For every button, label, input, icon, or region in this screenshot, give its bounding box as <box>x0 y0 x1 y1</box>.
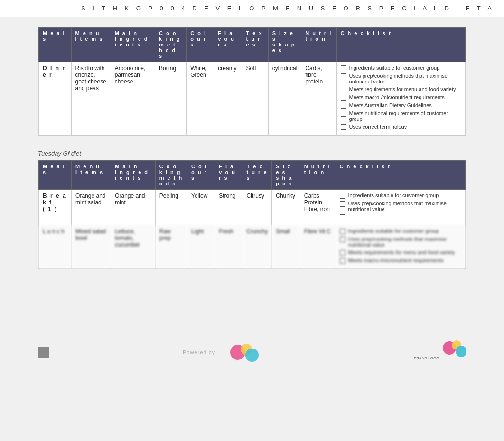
page-header: S I T H K O P 0 0 4 D E V E L O P M E N … <box>0 0 504 17</box>
checkbox-icon[interactable] <box>340 229 345 234</box>
section-2: Tuesday Gf diet M e a l s M e n uI t e m… <box>38 150 466 269</box>
checklist-text: Ingredients suitable for customer group <box>348 193 439 198</box>
cell-menu-2-1: Orange and mint salad <box>72 190 111 225</box>
cell-checklist-2-1: Ingredients suitable for customer group … <box>336 190 465 225</box>
checklist-item: Meets requirements for menu and food var… <box>340 249 461 256</box>
checklist-text: Uses prep/cooking methods that maximise … <box>349 73 461 84</box>
col-flavours-2: F l a v o u r s <box>215 161 243 190</box>
checkbox-icon[interactable] <box>340 250 345 256</box>
cell-sizes-1: cylindrical <box>268 62 301 135</box>
checkbox-icon[interactable] <box>340 258 345 264</box>
table2-row-2-blurred: L u n c h Mixed salad bowl Lettuce, toma… <box>39 225 466 269</box>
cell-cooking-1: Boiling <box>155 62 187 135</box>
checkbox-icon[interactable] <box>341 87 346 92</box>
cell-flavours-1: creamy <box>214 62 242 135</box>
checklist-text: Meets macro-/micronutrient requirements <box>349 94 445 100</box>
col-meals-1: M e a l s <box>39 28 72 62</box>
header-title: S I T H K O P 0 0 4 D E V E L O P M E N … <box>81 5 495 12</box>
cell-textures-1: Soft <box>242 62 268 135</box>
checklist-item: Meets macro-/micronutrient requirements <box>341 94 461 101</box>
cell-nutrition-2-1: Carbs Protein Fibre, iron <box>300 190 336 225</box>
col-ingredients-2: M a i nI n g r e d i e n t s <box>111 161 156 190</box>
cell-blurred-sizes: Small <box>272 225 300 269</box>
main-content: M e a l s M e n uI t e m s M a i nI n g … <box>0 17 504 293</box>
cell-colours-1: White, Green <box>187 62 214 135</box>
cell-blurred-menu: Mixed salad bowl <box>72 225 111 269</box>
cell-blurred-checklist: Ingredients suitable for customer group … <box>336 225 465 269</box>
footer-logo-right: BRAND LOGO <box>409 340 466 365</box>
checklist-item: Ingredients suitable for customer group <box>340 193 461 199</box>
col-sizes-2: S i z e ss h a p e s <box>272 161 300 190</box>
checklist-item: Uses correct terminology <box>341 124 461 130</box>
svg-text:BRAND LOGO: BRAND LOGO <box>414 356 439 360</box>
col-flavours-1: F l a v o u r s <box>214 28 242 62</box>
checklist-text: Meets requirements for menu and food var… <box>348 249 455 255</box>
checkbox-icon[interactable] <box>341 74 346 79</box>
table1-row-1: D I n n e r Risotto with chorizo, goat c… <box>39 62 466 135</box>
checklist-text: Ingredients suitable for customer group <box>348 228 439 234</box>
col-checklist-1: C h e c k l i s t <box>336 28 465 62</box>
checkbox-icon[interactable] <box>340 214 345 220</box>
col-nutrition-1: N u t r i t i o n <box>301 28 336 62</box>
table1-header-row: M e a l s M e n uI t e m s M a i nI n g … <box>39 28 466 62</box>
checklist-item: Uses prep/cooking methods that maximise … <box>340 236 461 248</box>
checkbox-icon[interactable] <box>341 111 346 117</box>
checklist-item: Uses prep/cooking methods that maximise … <box>341 73 461 84</box>
cell-checklist-1: Ingredients suitable for customer group … <box>336 62 465 135</box>
cell-blurred-ingredients: Lettuce, tomato, cucumber <box>111 225 156 269</box>
col-menu-2: M e n uI t e m s <box>72 161 111 190</box>
svg-point-2 <box>245 349 259 362</box>
checklist-item: Uses prep/cooking methods that maximise … <box>340 201 461 212</box>
checkbox-icon[interactable] <box>341 103 346 109</box>
cell-blurred-colours: Light <box>187 225 215 269</box>
checkbox-icon[interactable] <box>341 65 346 71</box>
cell-blurred-flavours: Fresh <box>215 225 243 269</box>
cell-ingredients-2-1: Orange and mint <box>111 190 156 225</box>
cell-ingredients-1: Arborio rice, parmesan cheese <box>111 62 155 135</box>
col-colours-2: C o l o u r s <box>187 161 215 190</box>
checklist-item: Meets macro-/micronutrient requirements <box>340 257 461 264</box>
section-2-label: Tuesday Gf diet <box>38 150 466 157</box>
footer-powered-text: Powered by <box>183 349 215 355</box>
footer: Powered by BRAND LOGO <box>0 340 504 365</box>
cell-menu-1: Risotto with chorizo, goat cheese and pe… <box>71 62 111 135</box>
cell-blurred-nutrition: Fibre Vit C <box>300 225 336 269</box>
cell-meals-1: D I n n e r <box>39 62 72 135</box>
checkbox-icon[interactable] <box>340 193 345 199</box>
checkbox-icon[interactable] <box>341 124 346 130</box>
footer-brand-logo: BRAND LOGO <box>409 340 466 363</box>
cell-meals-2-1: B r e a k f( 1 ) <box>39 190 72 225</box>
col-ingredients-1: M a i nI n g r e d i e n t s <box>111 28 155 62</box>
footer-logo-center <box>219 343 276 362</box>
cell-blurred-textures: Crunchy <box>243 225 272 269</box>
checklist-text: Uses prep/cooking methods that maximise … <box>348 236 461 248</box>
footer-center: Powered by <box>183 343 276 362</box>
checklist-text: Uses prep/cooking methods that maximise … <box>348 201 461 212</box>
col-cooking-2: C o o k i n gm e t h o d s <box>155 161 187 190</box>
col-menu-1: M e n uI t e m s <box>71 28 111 62</box>
cell-blurred-meals: L u n c h <box>39 225 72 269</box>
checklist-item <box>340 214 461 220</box>
cell-nutrition-1: Carbs, fibre, protein <box>301 62 336 135</box>
col-colours-1: C o l o u r s <box>187 28 214 62</box>
checklist-text: Meets requirements for menu and food var… <box>349 86 456 92</box>
checklist-text: Meets macro-/micronutrient requirements <box>348 257 444 263</box>
checkbox-icon[interactable] <box>340 237 345 242</box>
checkbox-icon[interactable] <box>340 201 345 207</box>
cell-cooking-2-1: Peeling <box>155 190 187 225</box>
table-1: M e a l s M e n uI t e m s M a i nI n g … <box>38 27 466 136</box>
checklist-text: Ingredients suitable for customer group <box>349 65 440 71</box>
col-checklist-2: C h e c k l i s t <box>336 161 465 190</box>
col-nutrition-2: N u t r i t i o n <box>300 161 336 190</box>
checklist-text: Uses correct terminology <box>349 124 407 129</box>
section-1: M e a l s M e n uI t e m s M a i nI n g … <box>38 27 466 136</box>
table-2: M e a l s M e n uI t e m s M a i nI n g … <box>38 160 466 269</box>
cell-colours-2-1: Yellow <box>187 190 215 225</box>
checklist-item: Ingredients suitable for customer group <box>340 228 461 234</box>
col-textures-1: T e x t u r e s <box>242 28 268 62</box>
table2-header-row: M e a l s M e n uI t e m s M a i nI n g … <box>39 161 466 190</box>
checkbox-icon[interactable] <box>341 95 346 101</box>
cell-textures-2-1: Citrusy <box>243 190 272 225</box>
table2-row-1: B r e a k f( 1 ) Orange and mint salad O… <box>39 190 466 225</box>
checklist-text: Meets nutritional requirements of custom… <box>349 110 461 122</box>
